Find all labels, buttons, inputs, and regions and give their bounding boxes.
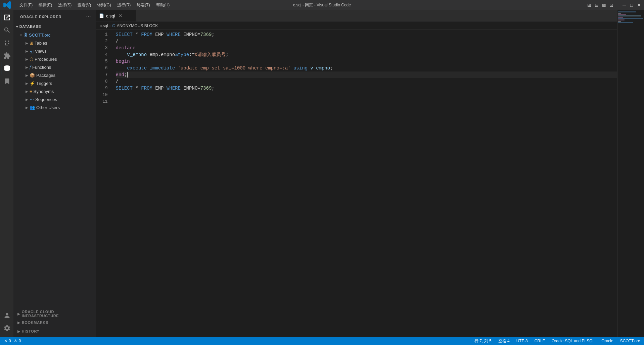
editor-area: 📄 c.sql ✕ c.sql › ⬡ ANONYMOUS BLOCK 1 2 … (96, 10, 617, 337)
token: end (116, 71, 124, 78)
breadcrumb: c.sql › ⬡ ANONYMOUS BLOCK (96, 22, 617, 30)
sequence-icon: ⋯ (30, 97, 34, 102)
sidebar-title: ORACLE EXPLORER (20, 15, 61, 19)
chevron-right-icon: ▶ (17, 312, 20, 316)
menu-view[interactable]: 查看(V) (75, 2, 94, 9)
tab-csql[interactable]: 📄 c.sql ✕ (96, 10, 136, 21)
status-schema[interactable]: Oracle (600, 337, 614, 345)
activity-extensions[interactable] (1, 50, 13, 62)
code-editor[interactable]: 1 2 3 4 5 6 7 8 9 10 11 SELECT * FROM EM… (96, 30, 617, 337)
users-icon: 👥 (30, 105, 35, 110)
status-right: 行 7, 列 5 空格 4 UTF-8 CRLF Oracle-SQL and … (473, 337, 641, 345)
warning-icon: ⚠ (14, 339, 17, 343)
status-errors[interactable]: ✕ 0 ⚠ 0 (3, 337, 22, 345)
tab-close-button[interactable]: ✕ (119, 13, 123, 18)
code-content[interactable]: SELECT * FROM EMP WHERE EMPNO= 7369 ; / … (113, 30, 617, 337)
token: ; (330, 65, 333, 71)
menu-edit[interactable]: 编辑(E) (36, 2, 55, 9)
tables-label: Tables (35, 41, 47, 46)
sidebar-item-triggers[interactable]: ▶ ⚡ Triggers (13, 79, 96, 87)
code-line-10 (116, 92, 617, 98)
status-eol[interactable]: CRLF (533, 337, 546, 345)
sidebar-item-synonyms[interactable]: ▶ ≡ Synonyms (13, 87, 96, 95)
minimap-content (617, 10, 644, 25)
database-section[interactable]: ▾ DATABASE (13, 22, 96, 31)
sidebar-more-icon[interactable]: ··· (86, 13, 92, 20)
history-section[interactable]: ▶ HISTORY (13, 327, 96, 336)
token: begin (116, 58, 130, 65)
activity-bar (0, 10, 13, 337)
procedure-icon: ⬡ (30, 57, 33, 62)
token: 7369 (200, 85, 212, 92)
minimize-button[interactable]: ─ (622, 3, 627, 7)
database-icon: 🗄 (23, 33, 28, 38)
token: ; (226, 51, 228, 58)
close-button[interactable]: ✕ (637, 3, 641, 7)
menu-select[interactable]: 选择(S) (55, 2, 74, 9)
sidebar-item-packages[interactable]: ▶ 📦 Packages (13, 71, 96, 79)
scott-connection[interactable]: ▾ 🗄 SCOTT.orc (13, 31, 96, 39)
status-encoding[interactable]: UTF-8 (515, 337, 529, 345)
sidebar-header: ORACLE EXPLORER ··· (13, 10, 96, 22)
sidebar-item-procedures[interactable]: ▶ ⬡ Procedures (13, 55, 96, 63)
sidebar-bottom: ▶ ORACLE CLOUD INFRASTRUCTURE ▶ BOOKMARK… (13, 308, 96, 337)
packages-label: Packages (36, 73, 55, 78)
breadcrumb-file[interactable]: c.sql (100, 23, 108, 28)
status-language[interactable]: Oracle-SQL and PLSQL (550, 337, 596, 345)
vscode-logo-icon (3, 0, 12, 10)
window-controls: ⊞ ⊟ ⊠ ⊡ ─ □ ✕ (587, 3, 641, 7)
sidebar-item-views[interactable]: ▶ ◱ Views (13, 47, 96, 55)
token: := (189, 51, 195, 58)
connection-label: SCOTT.orc (620, 339, 640, 343)
activity-source-control[interactable] (1, 37, 13, 49)
sidebar-item-sequences[interactable]: ▶ ⋯ Sequences (13, 95, 96, 103)
minimap (617, 10, 644, 337)
breadcrumb-symbol-icon: ⬡ (112, 23, 116, 28)
triggers-label: Triggers (36, 81, 52, 86)
code-line-3: declare (116, 45, 617, 51)
bookmarks-section[interactable]: ▶ BOOKMARKS (13, 318, 96, 327)
sidebar-item-tables[interactable]: ▶ ⊞ Tables (13, 39, 96, 47)
sidebar-item-other-users[interactable]: ▶ 👥 Other Users (13, 103, 96, 111)
status-position[interactable]: 行 7, 列 5 (473, 337, 493, 345)
breadcrumb-symbol[interactable]: ANONYMOUS BLOCK (117, 23, 158, 28)
token: WHERE (167, 31, 181, 38)
menu-help[interactable]: 帮助(H) (153, 2, 173, 9)
layout2-icon: ⊟ (594, 3, 599, 7)
status-connection[interactable]: SCOTT.orc (619, 337, 641, 345)
token: ; (212, 85, 214, 92)
token (116, 65, 127, 71)
activity-search[interactable] (1, 24, 13, 36)
line-num-11: 11 (102, 98, 108, 105)
menu-file[interactable]: 文件(F) (17, 2, 35, 9)
token: emp.empno (147, 51, 175, 58)
activity-account[interactable] (1, 309, 13, 322)
oracle-cloud-section[interactable]: ▶ ORACLE CLOUD INFRASTRUCTURE (13, 309, 96, 318)
menu-run[interactable]: 运行(R) (114, 2, 134, 9)
status-bar: ✕ 0 ⚠ 0 行 7, 列 5 空格 4 UTF-8 CRLF Oracle-… (0, 337, 644, 345)
activity-database[interactable] (1, 62, 13, 75)
token: SELECT (116, 31, 133, 38)
bookmarks-label: BOOKMARKS (22, 321, 48, 325)
code-line-9: SELECT * FROM EMP WHERE EMPNO= 7369 ; (116, 85, 617, 92)
status-spaces[interactable]: 空格 4 (497, 337, 511, 345)
maximize-button[interactable]: □ (629, 3, 634, 7)
sidebar-item-functions[interactable]: ▶ 𝑓 Functions (13, 63, 96, 71)
line-numbers: 1 2 3 4 5 6 7 8 9 10 11 (96, 30, 113, 337)
activity-settings[interactable] (1, 322, 13, 334)
activity-explorer[interactable] (1, 11, 13, 23)
token: %type (175, 51, 189, 58)
chevron-right-icon: ▶ (17, 321, 20, 325)
table-icon: ⊞ (30, 41, 33, 46)
menu-goto[interactable]: 转到(G) (94, 2, 113, 9)
token: EMP (152, 85, 167, 92)
token: ; (212, 31, 214, 38)
menu-terminal[interactable]: 终端(T) (134, 2, 152, 9)
chevron-right-icon: ▶ (26, 98, 28, 101)
window-title: c.sql - 网页 - Visual Studio Code (293, 2, 351, 8)
sidebar: ORACLE EXPLORER ··· ▾ DATABASE ▾ 🗄 SCOTT… (13, 10, 96, 337)
token (175, 65, 178, 71)
title-left: 文件(F) 编辑(E) 选择(S) 查看(V) 转到(G) 运行(R) 终端(T… (3, 0, 172, 10)
activity-bookmarks[interactable] (1, 75, 13, 87)
status-left: ✕ 0 ⚠ 0 (3, 337, 22, 345)
